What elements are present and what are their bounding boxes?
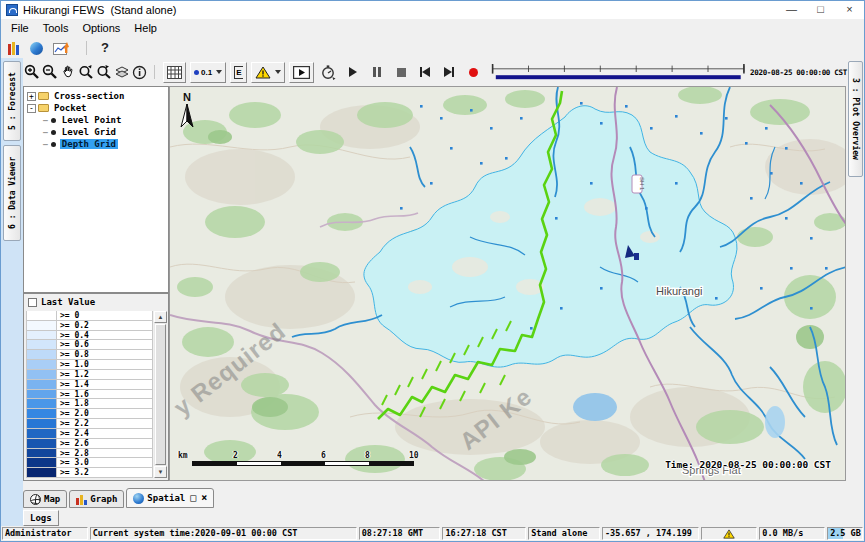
tab-map[interactable]: Map [23, 490, 67, 508]
tab-maximize-icon[interactable]: □ [190, 493, 196, 503]
legend-row: >= 2.0 [26, 409, 153, 419]
scroll-up-icon[interactable]: ▲ [154, 311, 167, 323]
grid-display-button[interactable] [163, 62, 186, 83]
tab-graph[interactable]: Graph [69, 490, 124, 508]
contour-interval-button[interactable]: 0.1 [190, 62, 226, 83]
map-viewport[interactable]: SH 1 Hikurangi Springs Flat y Required A… [169, 86, 846, 481]
layers-icon[interactable] [114, 62, 130, 82]
legend-row-label: >= 2.2 [57, 419, 153, 429]
record-button[interactable] [465, 62, 481, 82]
expand-icon[interactable]: + [27, 92, 36, 101]
play-button[interactable] [345, 62, 361, 82]
legend-row-label: >= 1.4 [57, 380, 153, 390]
help-icon[interactable]: ? [101, 40, 109, 55]
legend-row-label: >= 1.2 [57, 370, 153, 380]
last-value-checkbox[interactable] [28, 298, 37, 307]
chevron-down-icon [275, 70, 281, 74]
bullet-icon [51, 118, 56, 123]
status-text: Current system time:2020-09-01 00:00 CST [93, 528, 298, 538]
spatial-toolbar: 0.1 E 2020-08-25 00:00:00 CST [23, 58, 847, 86]
zoom-previous-icon[interactable] [78, 62, 94, 82]
scroll-down-icon[interactable]: ▼ [154, 466, 167, 478]
elevation-scale-button[interactable]: E [230, 62, 247, 83]
warning-dropdown-button[interactable] [251, 62, 285, 83]
zoom-in-icon[interactable] [24, 62, 40, 82]
menu-tools[interactable]: Tools [36, 21, 76, 35]
tab-spatial[interactable]: Spatial □ × [126, 488, 214, 508]
legend-swatch [26, 449, 57, 459]
legend-row-label: >= 1.0 [57, 360, 153, 370]
title-bar[interactable]: Hikurangi FEWS (Stand alone) — □ × [1, 1, 864, 19]
north-indicator: N [180, 91, 194, 131]
view-tab-bar: Map Graph Spatial □ × [23, 487, 214, 508]
legend-row: >= 0.8 [26, 350, 153, 360]
tree-item-label: Cross-section [52, 91, 126, 101]
status-memory: 2.5 GB [827, 527, 863, 540]
maximize-button[interactable]: □ [806, 1, 835, 19]
legend-swatch [26, 331, 57, 341]
menu-file[interactable]: File [4, 21, 36, 35]
legend-row: >= 1.0 [26, 360, 153, 370]
status-text: 16:27:18 CST [445, 528, 506, 538]
skip-to-start-button[interactable] [417, 62, 433, 82]
tree-item-pocket[interactable]: -Pocket [24, 102, 168, 114]
legend-swatch [26, 360, 57, 370]
tree-item-level-point[interactable]: –Level Point [24, 114, 168, 126]
pan-hand-icon[interactable] [60, 62, 76, 82]
map-canvas[interactable]: SH 1 Hikurangi Springs Flat y Required A… [170, 87, 846, 481]
scale-unit-label: km [178, 451, 188, 460]
legend-swatch [26, 340, 57, 350]
zoom-out-icon[interactable] [42, 62, 58, 82]
skip-to-end-button[interactable] [441, 62, 457, 82]
logs-button[interactable]: Logs [23, 510, 59, 526]
tab-close-icon[interactable]: × [201, 493, 207, 503]
legend-panel: Last Value >= 0>= 0.2>= 0.4>= 0.6>= 0.8>… [23, 293, 169, 481]
collapse-icon[interactable]: - [27, 104, 36, 113]
elevation-label: E [234, 66, 243, 79]
left-tab-strip: 5 : Forecast 6 : Data Viewer [1, 58, 23, 526]
scroll-thumb[interactable] [155, 324, 166, 465]
animation-panel-button[interactable] [289, 62, 314, 83]
menu-help[interactable]: Help [127, 21, 164, 35]
timer-icon[interactable] [320, 62, 336, 82]
legend-row-label: >= 0 [57, 311, 153, 321]
legend-row: >= 2.6 [26, 439, 153, 449]
status-mode: Stand alone [528, 527, 600, 540]
menu-options[interactable]: Options [75, 21, 127, 35]
legend-scrollbar[interactable]: ▲ ▼ [154, 311, 167, 478]
tree-item-cross-section[interactable]: +Cross-section [24, 90, 168, 102]
pause-button[interactable] [369, 62, 385, 82]
tree-item-level-grid[interactable]: –Level Grid [24, 126, 168, 138]
legend-swatch [26, 321, 57, 331]
zoom-next-icon[interactable] [96, 62, 112, 82]
close-button[interactable]: × [835, 1, 864, 19]
scale-segment [325, 462, 369, 465]
tree-item-label: Level Point [60, 115, 124, 125]
tree-item-depth-grid[interactable]: –Depth Grid [24, 138, 168, 150]
tab-plot-overview[interactable]: 3 : Plot Overview [848, 61, 863, 177]
legend-row: >= 3.0 [26, 458, 153, 468]
bullet-icon [51, 142, 56, 147]
map-display-icon[interactable] [30, 40, 43, 55]
legend-swatch [26, 468, 57, 478]
scale-tick-label: 2 [233, 451, 238, 460]
info-icon[interactable] [132, 62, 147, 82]
scale-segment [281, 462, 325, 465]
legend-swatch [26, 429, 57, 439]
legend-swatch [26, 380, 57, 390]
tab-forecast[interactable]: 5 : Forecast [3, 61, 21, 141]
legend-swatch [26, 419, 57, 429]
legend-row: >= 1.2 [26, 370, 153, 380]
tree-connector: – [43, 128, 48, 137]
legend-row-label: >= 1.6 [57, 390, 153, 400]
explorer-icon[interactable] [8, 40, 20, 55]
legend-swatch [26, 439, 57, 449]
north-arrow-icon [180, 103, 194, 129]
timeseries-display-icon[interactable] [53, 40, 70, 55]
time-slider[interactable] [491, 61, 746, 83]
status-text: -35.657 , 174.199 [605, 528, 692, 538]
minimize-button[interactable]: — [777, 1, 806, 19]
stop-button[interactable] [393, 62, 409, 82]
tab-data-viewer[interactable]: 6 : Data Viewer [3, 145, 21, 241]
status-gmt-time: 08:27:18 GMT [359, 527, 441, 540]
